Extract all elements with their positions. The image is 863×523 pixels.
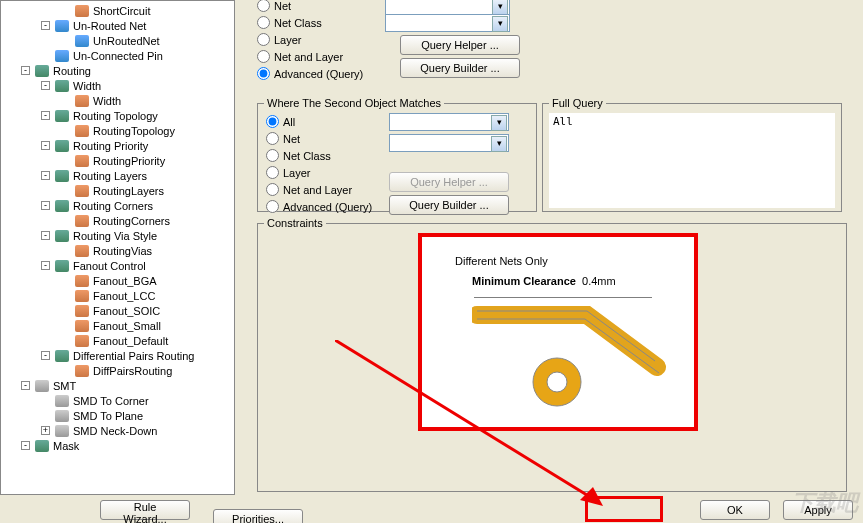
tree-label: Width xyxy=(92,95,121,107)
tree-item[interactable]: UnRoutedNet xyxy=(1,33,234,48)
tree-item[interactable]: Width xyxy=(1,93,234,108)
full-query-text[interactable]: All xyxy=(549,113,835,208)
tree-label: Fanout_Small xyxy=(92,320,161,332)
tree-item[interactable]: RoutingLayers xyxy=(1,183,234,198)
tree-label: Fanout_BGA xyxy=(92,275,157,287)
tree-icon xyxy=(75,275,89,287)
tree-item[interactable]: RoutingTopology xyxy=(1,123,234,138)
second-match-radio-net-class[interactable]: Net Class xyxy=(264,147,389,164)
second-match-radio-net[interactable]: Net xyxy=(264,130,389,147)
tree-icon xyxy=(75,305,89,317)
tree-item[interactable]: -Fanout Control xyxy=(1,258,234,273)
tree-item[interactable]: RoutingCorners xyxy=(1,213,234,228)
query-builder-button-1[interactable]: Query Builder ... xyxy=(400,58,520,78)
tree-item[interactable]: -Routing Corners xyxy=(1,198,234,213)
first-match-radio-net-class[interactable]: Net Class xyxy=(255,14,535,31)
tree-icon xyxy=(55,395,69,407)
priorities-button[interactable]: Priorities... xyxy=(213,509,303,523)
tree-label: Routing Via Style xyxy=(72,230,157,242)
tree-icon xyxy=(75,35,89,47)
tree-item[interactable]: SMD To Plane xyxy=(1,408,234,423)
tree-item[interactable]: DiffPairsRouting xyxy=(1,363,234,378)
tree-label: DiffPairsRouting xyxy=(92,365,172,377)
tree-icon xyxy=(75,185,89,197)
tree-item[interactable]: -Routing Topology xyxy=(1,108,234,123)
tree-icon xyxy=(75,365,89,377)
tree-label: Un-Connected Pin xyxy=(72,50,163,62)
tree-icon xyxy=(55,260,69,272)
tree-item[interactable]: Fanout_BGA xyxy=(1,273,234,288)
tree-item[interactable]: SMD To Corner xyxy=(1,393,234,408)
tree-icon xyxy=(55,50,69,62)
tree-label: RoutingLayers xyxy=(92,185,164,197)
tree-icon xyxy=(55,425,69,437)
full-query-group: Full Query All xyxy=(542,97,842,212)
min-clearance-value[interactable]: 0.4mm xyxy=(582,275,616,287)
second-match-radio-layer[interactable]: Layer xyxy=(264,164,389,181)
constraints-group: Constraints Different Nets Only Minimum … xyxy=(257,217,847,492)
tree-label: Fanout_SOIC xyxy=(92,305,160,317)
different-nets-label: Different Nets Only xyxy=(455,255,548,267)
tree-item[interactable]: +SMD Neck-Down xyxy=(1,423,234,438)
tree-item[interactable]: Un-Connected Pin xyxy=(1,48,234,63)
query-helper-button-1[interactable]: Query Helper ... xyxy=(400,35,520,55)
ok-button[interactable]: OK xyxy=(700,500,770,520)
net-combo-2[interactable] xyxy=(389,113,509,131)
tree-icon xyxy=(75,5,89,17)
tree-item[interactable]: -Mask xyxy=(1,438,234,453)
tree-icon xyxy=(75,290,89,302)
second-object-matches-group: Where The Second Object Matches AllNetNe… xyxy=(257,97,537,212)
tree-label: Width xyxy=(72,80,101,92)
tree-item[interactable]: RoutingPriority xyxy=(1,153,234,168)
rule-wizard-button[interactable]: Rule Wizard... xyxy=(100,500,190,520)
tree-item[interactable]: RoutingVias xyxy=(1,243,234,258)
second-object-legend: Where The Second Object Matches xyxy=(264,97,444,109)
first-match-radio-net[interactable]: Net xyxy=(255,0,535,14)
tree-icon xyxy=(55,170,69,182)
second-match-radio-all[interactable]: All xyxy=(264,113,389,130)
tree-item[interactable]: -Routing Via Style xyxy=(1,228,234,243)
second-match-radio-net-and-layer[interactable]: Net and Layer xyxy=(264,181,389,198)
min-clearance-label: Minimum Clearance 0.4mm xyxy=(472,275,616,287)
tree-icon xyxy=(55,350,69,362)
tree-icon xyxy=(55,230,69,242)
tree-label: UnRoutedNet xyxy=(92,35,160,47)
tree-item[interactable]: Fanout_Small xyxy=(1,318,234,333)
tree-item[interactable]: -Differential Pairs Routing xyxy=(1,348,234,363)
tree-label: SMD To Corner xyxy=(72,395,149,407)
tree-label: Routing Topology xyxy=(72,110,158,122)
tree-label: Routing Corners xyxy=(72,200,153,212)
tree-item[interactable]: -Routing Layers xyxy=(1,168,234,183)
query-helper-button-2: Query Helper ... xyxy=(389,172,509,192)
tree-label: Fanout Control xyxy=(72,260,146,272)
tree-label: Un-Routed Net xyxy=(72,20,146,32)
tree-label: Differential Pairs Routing xyxy=(72,350,194,362)
tree-label: Fanout_LCC xyxy=(92,290,155,302)
tree-item[interactable]: -Width xyxy=(1,78,234,93)
tree-label: RoutingTopology xyxy=(92,125,175,137)
query-builder-button-2[interactable]: Query Builder ... xyxy=(389,195,509,215)
constraints-legend: Constraints xyxy=(264,217,326,229)
svg-point-8 xyxy=(547,372,567,392)
second-match-radio-advanced-query-[interactable]: Advanced (Query) xyxy=(264,198,389,215)
tree-item[interactable]: ShortCircuit xyxy=(1,3,234,18)
first-match-combo[interactable] xyxy=(385,14,510,32)
constraints-highlight-box: Different Nets Only Minimum Clearance 0.… xyxy=(418,233,698,431)
netclass-combo-2[interactable] xyxy=(389,134,509,152)
tree-item[interactable]: Fanout_Default xyxy=(1,333,234,348)
apply-button[interactable]: Apply xyxy=(783,500,853,520)
rules-tree[interactable]: ShortCircuit-Un-Routed NetUnRoutedNetUn-… xyxy=(0,0,235,495)
tree-item[interactable]: Fanout_LCC xyxy=(1,288,234,303)
tree-item[interactable]: -Routing Priority xyxy=(1,138,234,153)
tree-label: Mask xyxy=(52,440,79,452)
tree-item[interactable]: -Routing xyxy=(1,63,234,78)
tree-icon xyxy=(75,320,89,332)
tree-item[interactable]: Fanout_SOIC xyxy=(1,303,234,318)
tree-icon xyxy=(55,110,69,122)
first-match-combo[interactable] xyxy=(385,0,510,15)
tree-item[interactable]: -SMT xyxy=(1,378,234,393)
tree-icon xyxy=(75,95,89,107)
tree-item[interactable]: -Un-Routed Net xyxy=(1,18,234,33)
tree-label: SMD To Plane xyxy=(72,410,143,422)
tree-icon xyxy=(55,410,69,422)
